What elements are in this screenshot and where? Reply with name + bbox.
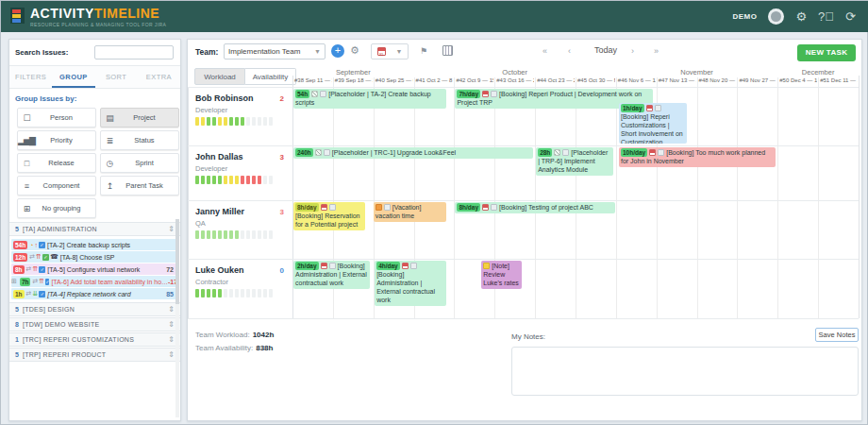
workload-bar	[269, 230, 273, 239]
group-by-release[interactable]: □Release	[17, 153, 96, 173]
view-tab-workload[interactable]: Workload	[194, 68, 245, 85]
save-notes-button[interactable]: Save Notes	[815, 328, 859, 342]
task-bar[interactable]: 28h[Placeholder | TRP-6] Implement Analy…	[536, 147, 613, 176]
booking-calendar-icon	[646, 105, 653, 111]
search-issues-input[interactable]	[94, 45, 174, 60]
issue-group-header[interactable]: 5[TA] ADMINISTRATION⇕	[9, 222, 180, 236]
issue-list-item[interactable]: 1h⇄⇊✓[TA-4] Replace network card85	[11, 288, 177, 299]
person-name[interactable]: Janny Miller	[195, 207, 244, 216]
issue-group-label: [TDES] DESIGN	[23, 306, 75, 313]
team-label: Team:	[195, 47, 218, 57]
sort-handle-icon[interactable]: ⇕	[168, 225, 175, 233]
new-task-button[interactable]: NEW TASK	[797, 44, 856, 61]
week-label: #50 Dec 4 — 10…	[777, 77, 817, 87]
nav-next-button[interactable]: ›	[631, 46, 634, 56]
group-by-parent-task[interactable]: ↥Parent Task	[100, 176, 179, 196]
settings-gear-icon[interactable]: ⚙	[795, 8, 807, 25]
issue-list-item[interactable]: 12h⇄⇈✓☎[TA-8] Choose ISP	[11, 251, 177, 263]
sidebar-tab-group[interactable]: GROUP	[52, 66, 94, 88]
sidebar-tab-extra[interactable]: EXTRA	[138, 66, 180, 88]
sort-handle-icon[interactable]: ⇕	[168, 320, 175, 329]
task-text: [Placeholder | TRC-1] Upgrade Look&Feel	[332, 149, 456, 156]
priority-highest-icon: ⇈	[36, 253, 42, 261]
milestone-flag-icon[interactable]: ⚑	[420, 46, 427, 56]
person-name[interactable]: John Dallas	[195, 152, 243, 162]
checkbox-icon	[410, 263, 417, 269]
task-type-icon: ✓	[39, 291, 45, 298]
group-by-sprint[interactable]: ◷Sprint	[100, 153, 179, 173]
issue-list-item[interactable]: 54h◔↑✓[TA-2] Create backup scripts	[11, 239, 177, 250]
task-bar[interactable]: [Vacation] vacation time	[374, 202, 446, 222]
group-by-project[interactable]: ▤Project	[100, 108, 179, 128]
view-tab-availability[interactable]: Availability	[245, 68, 296, 85]
group-by-component[interactable]: ≡Component	[17, 176, 96, 196]
issue-group-header[interactable]: 5[TDES] DESIGN⇕	[9, 302, 180, 316]
my-notes-textarea[interactable]	[511, 347, 859, 396]
task-bar[interactable]: 240h[Placeholder | TRC-1] Upgrade Look&F…	[293, 147, 533, 159]
component-icon: ≡	[18, 181, 35, 191]
workload-bar	[252, 289, 256, 298]
vacation-icon	[376, 204, 382, 211]
task-bar[interactable]: 54h[Placeholder | TA-2] Create backup sc…	[293, 89, 446, 109]
task-bar[interactable]: 1h/day[Booking] Reperi Customizations | …	[619, 103, 687, 144]
week-label: #42 Oct 9 — 15 …	[454, 77, 493, 87]
hours-badge: 54h	[13, 241, 27, 249]
add-team-button[interactable]: +	[331, 44, 344, 58]
subtask-expander-icon[interactable]: ⊞	[11, 278, 17, 285]
person-name[interactable]: Bob Robinson	[195, 94, 254, 103]
nav-first-button[interactable]: «	[542, 46, 547, 56]
sort-handle-icon[interactable]: ⇕	[168, 350, 175, 359]
person-name[interactable]: Luke Ouken	[195, 265, 244, 275]
team-settings-gear-icon[interactable]: ⚙	[350, 44, 359, 57]
help-icon[interactable]: ?⃝	[818, 8, 834, 25]
task-bar[interactable]: [Note] Review Luke's rates	[481, 261, 522, 289]
calendar-view-select[interactable]: 31▼	[371, 43, 409, 60]
nav-last-button[interactable]: »	[654, 46, 659, 56]
group-by-status[interactable]: ≣Status	[100, 130, 179, 150]
workload-bar	[269, 176, 273, 184]
team-select[interactable]: Implementation Team▼	[224, 43, 326, 60]
sidebar-tab-sort[interactable]: SORT	[95, 66, 138, 88]
grid-top-line	[188, 87, 859, 88]
calendar-grid-icon[interactable]	[442, 45, 453, 56]
workload-bar	[218, 176, 222, 184]
issue-group-header[interactable]: 8[TDW] DEMO WEBSITE⇕	[9, 317, 180, 332]
person-role: QA	[195, 219, 206, 228]
user-avatar[interactable]	[768, 8, 784, 25]
grid-line	[818, 87, 819, 318]
sort-handle-icon[interactable]: ⇕	[168, 335, 175, 344]
issue-list-item[interactable]: 8h⇄⇈✓[TA-5] Configure virtual network72	[11, 264, 177, 275]
workload-bar	[224, 117, 227, 126]
phone-icon: ☎	[50, 253, 58, 261]
issue-group-count: 5	[15, 351, 19, 358]
sidebar-tab-filters[interactable]: FILTERS	[9, 66, 52, 88]
task-bar[interactable]: 2h/day[Booking] Administration | Externa…	[293, 261, 370, 289]
task-bar[interactable]: 4h/day[Booking] Administration | Externa…	[375, 261, 446, 306]
group-by-label: Parent Task	[118, 181, 178, 190]
team-workload-label: Team Workload:	[195, 331, 250, 339]
today-button[interactable]: Today	[589, 43, 623, 57]
group-by-priority[interactable]: ▂▅▇Priority	[17, 130, 96, 150]
group-by-no-grouping[interactable]: ⊞No grouping	[17, 198, 96, 218]
week-label: #43 Oct 16 — 2…	[494, 77, 534, 87]
tracking-icon: ⇄	[32, 278, 38, 285]
workload-bar	[235, 289, 239, 298]
sort-handle-icon[interactable]: ⇕	[168, 305, 175, 314]
group-by-label: No grouping	[35, 204, 95, 212]
sidebar-scrollbar[interactable]	[175, 219, 179, 417]
workload-bar	[246, 176, 250, 184]
grid-line	[616, 87, 617, 318]
nav-prev-button[interactable]: ‹	[568, 46, 571, 56]
issue-group-header[interactable]: 5[TRP] REPERI PRODUCT⇕	[9, 348, 180, 362]
issue-group-label: [TDW] DEMO WEBSITE	[23, 321, 100, 328]
issue-group-header[interactable]: 1[TRC] REPERI CUSTOMIZATIONS⇕	[9, 332, 180, 347]
placeholder-stripes-icon	[315, 149, 322, 156]
issue-list-item[interactable]: ⊞7h⇄⇈✓[TA-6] Add total team availability…	[11, 276, 177, 287]
group-by-person[interactable]: ☐Person	[17, 108, 96, 128]
checkbox-icon	[329, 263, 336, 269]
grid-line	[777, 87, 778, 318]
sync-refresh-icon[interactable]: ⟳	[845, 8, 856, 25]
task-bar[interactable]: 10h/day[Booking] Too much work planned f…	[619, 147, 776, 167]
task-bar[interactable]: 8h/day[Booking] Testing of project ABC	[455, 202, 615, 213]
task-bar[interactable]: 8h/day[Booking] Reservation for a Potent…	[293, 202, 365, 230]
